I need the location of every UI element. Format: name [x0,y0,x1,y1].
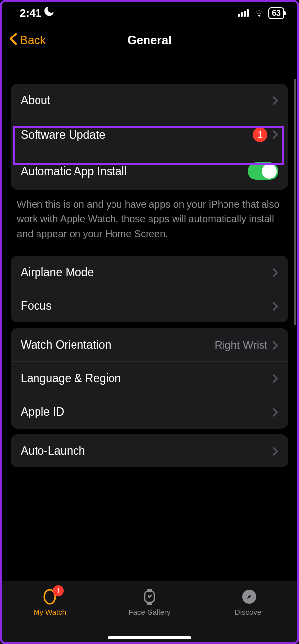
settings-group: Airplane Mode Focus [11,256,288,322]
do-not-disturb-icon [44,7,54,20]
group-footer: When this is on and you have apps on you… [0,190,299,250]
scrollbar-indicator [294,79,296,325]
chevron-right-icon [272,447,278,456]
svg-rect-2 [244,11,246,17]
svg-rect-0 [238,14,240,17]
row-label: Language & Region [21,372,121,385]
tab-badge: 1 [53,585,64,596]
content-scroll[interactable]: About Software Update 1 Automatic App In… [0,79,299,581]
row-label: Airplane Mode [21,266,94,279]
chevron-right-icon [272,96,278,105]
row-label: Automatic App Install [21,165,127,178]
row-airplane-mode[interactable]: Airplane Mode [11,256,288,289]
settings-group: About Software Update 1 Automatic App In… [11,84,288,190]
back-button[interactable]: Back [9,33,46,48]
tab-label: Face Gallery [128,608,170,616]
compass-icon [241,588,258,605]
row-label: Auto-Launch [21,444,85,458]
tab-label: Discover [235,608,263,616]
row-language-region[interactable]: Language & Region [11,362,288,395]
row-watch-orientation[interactable]: Watch Orientation Right Wrist [11,328,288,362]
chevron-right-icon [272,341,278,350]
tab-label: My Watch [34,608,66,616]
nav-bar: Back General [0,23,299,58]
row-label: About [21,94,50,107]
tab-my-watch[interactable]: 1 My Watch [10,588,89,616]
row-software-update[interactable]: Software Update 1 [11,117,288,152]
svg-rect-3 [247,9,249,17]
battery-indicator: 63 [268,7,284,19]
toggle-switch[interactable] [248,162,278,180]
chevron-right-icon [272,130,278,139]
row-automatic-app-install[interactable]: Automatic App Install [11,152,288,190]
svg-rect-8 [147,603,152,605]
settings-group: Auto-Launch [11,434,288,467]
wifi-icon [254,7,264,20]
back-label: Back [20,34,46,47]
row-label: Focus [21,299,52,313]
svg-rect-1 [241,12,243,17]
update-badge: 1 [253,127,267,142]
row-auto-launch[interactable]: Auto-Launch [11,434,288,467]
home-indicator[interactable] [108,636,191,639]
chevron-right-icon [272,374,278,383]
watch-face-icon [141,588,158,605]
row-label: Watch Orientation [21,338,111,352]
row-apple-id[interactable]: Apple ID [11,395,288,429]
settings-group: Watch Orientation Right Wrist Language &… [11,328,288,429]
chevron-left-icon [9,33,18,48]
row-about[interactable]: About [11,84,288,117]
row-label: Software Update [21,128,105,142]
row-label: Apple ID [21,405,64,419]
status-time: 2:41 [20,7,41,20]
svg-rect-7 [147,589,152,591]
row-detail: Right Wrist [215,339,267,352]
page-title: General [127,34,171,47]
tab-face-gallery[interactable]: Face Gallery [110,588,189,616]
row-focus[interactable]: Focus [11,289,288,322]
chevron-right-icon [272,408,278,417]
tab-discover[interactable]: Discover [210,588,289,616]
cellular-icon [238,7,250,20]
chevron-right-icon [272,302,278,311]
tab-bar: 1 My Watch Face Gallery Discover [0,581,299,644]
chevron-right-icon [272,268,278,277]
status-bar: 2:41 63 [0,0,299,23]
